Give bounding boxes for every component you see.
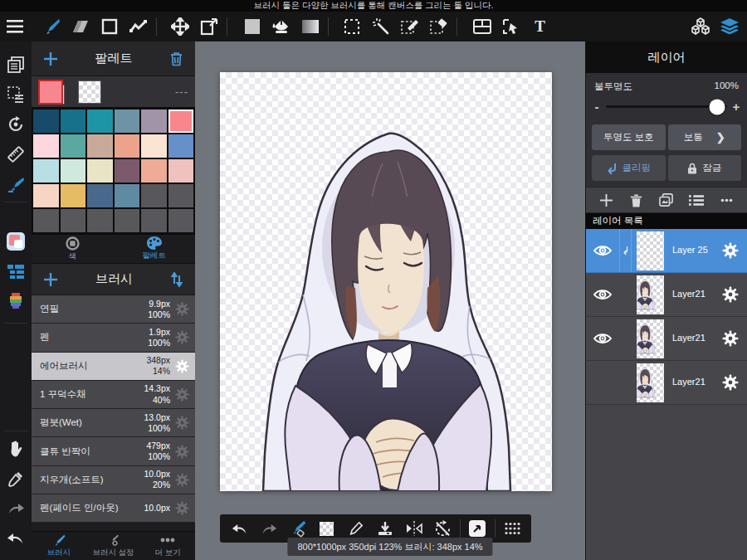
layer-thumbnail[interactable] <box>637 275 664 314</box>
layer-visibility-toggle[interactable] <box>586 288 619 301</box>
palette-swatch[interactable] <box>141 159 167 183</box>
layer-visibility-toggle[interactable] <box>586 244 619 257</box>
color-panel-button[interactable] <box>0 226 32 256</box>
palette-swatch[interactable] <box>168 110 194 133</box>
delete-palette-icon[interactable] <box>169 51 183 66</box>
foreground-color-swatch[interactable] <box>38 80 63 105</box>
eraser-tool-button[interactable] <box>66 12 95 41</box>
object-select-button[interactable] <box>496 12 525 41</box>
layer-row[interactable]: Layer 25 <box>586 229 747 273</box>
layer-row[interactable]: Layer21 <box>586 273 747 317</box>
panel-layout-button[interactable] <box>467 12 496 41</box>
fill-rect-tool-button[interactable] <box>237 12 266 41</box>
palette-swatch[interactable] <box>115 110 140 133</box>
text-tool-button[interactable]: T <box>525 12 554 41</box>
palette-swatch[interactable] <box>141 134 167 158</box>
palette-swatch[interactable] <box>33 134 59 158</box>
brush-item[interactable]: 1 꾸덕수채14.3px40% <box>32 381 195 409</box>
redo-button[interactable] <box>0 494 32 523</box>
palette-swatch[interactable] <box>87 159 113 183</box>
palette-swatch[interactable] <box>141 110 167 133</box>
select-tool-button[interactable] <box>337 12 366 41</box>
palette-swatch[interactable] <box>33 110 59 133</box>
palette-swatch[interactable] <box>33 209 59 232</box>
layer-thumbnail[interactable] <box>637 319 664 358</box>
brush-settings-button[interactable] <box>173 445 190 459</box>
palette-swatch[interactable] <box>141 184 167 207</box>
palette-swatch[interactable] <box>61 134 86 158</box>
brush-settings-button[interactable] <box>173 330 190 344</box>
palette-swatch[interactable] <box>168 159 194 183</box>
drawing-canvas[interactable] <box>220 72 552 491</box>
brush-tool-button[interactable] <box>37 12 66 41</box>
blend-mode-button[interactable]: 보통 ❯ <box>668 124 742 150</box>
layer-settings-button[interactable] <box>714 330 747 347</box>
opacity-slider-knob[interactable] <box>710 99 725 114</box>
footer-tab-brush-settings[interactable]: 브러시 설정 <box>86 532 141 560</box>
gradient-tool-button[interactable] <box>295 12 325 41</box>
palette-swatch[interactable] <box>87 134 113 158</box>
select-pen-tool-button[interactable] <box>395 12 424 41</box>
brush-settings-button[interactable] <box>173 473 190 487</box>
brush-item[interactable]: 에어브러시348px14% <box>32 353 195 381</box>
palette-swatch[interactable] <box>61 159 86 183</box>
delete-layer-button[interactable] <box>624 187 649 212</box>
palette-swatch[interactable] <box>87 209 113 232</box>
palette-swatch[interactable] <box>33 159 59 183</box>
brush-item[interactable]: 펜1.9px100% <box>32 324 195 352</box>
menu-button[interactable] <box>0 12 29 41</box>
layers-toggle-button[interactable] <box>715 12 744 41</box>
palette-swatch[interactable] <box>87 184 113 207</box>
palette-swatch[interactable] <box>168 209 194 232</box>
select-eraser-tool-button[interactable] <box>424 12 453 41</box>
tab-color[interactable]: 색 <box>32 235 114 263</box>
add-brush-icon[interactable] <box>43 272 58 287</box>
layer-list-view-button[interactable] <box>684 187 709 212</box>
ruler-button[interactable] <box>0 139 32 169</box>
rainbow-palette-button[interactable] <box>0 286 32 316</box>
layer-settings-button[interactable] <box>714 374 747 391</box>
palette-swatch[interactable] <box>141 209 167 232</box>
opacity-slider-track[interactable] <box>606 105 727 108</box>
layer-more-button[interactable] <box>715 187 740 212</box>
palette-swatch[interactable] <box>61 209 86 232</box>
layer-thumbnail[interactable] <box>637 231 664 270</box>
brush-item[interactable]: 평붓(Wet)13.0px100% <box>32 409 195 437</box>
palette-swatch[interactable] <box>87 110 113 133</box>
layer-visibility-toggle[interactable] <box>586 332 619 345</box>
quick-redo-button[interactable] <box>254 514 283 543</box>
opacity-minus-button[interactable]: - <box>593 100 601 114</box>
footer-tab-more[interactable]: 더 보기 <box>140 532 195 560</box>
clipping-button[interactable]: 클리핑 <box>592 155 666 181</box>
brush-item[interactable]: 지우개(소프트)10.0px20% <box>32 466 195 494</box>
brush-item[interactable]: 연필9.9px100% <box>32 295 195 324</box>
magic-wand-tool-button[interactable] <box>366 12 395 41</box>
pages-button[interactable] <box>0 50 32 80</box>
shape-tool-button[interactable] <box>95 12 124 41</box>
palette-more-label[interactable]: --- <box>175 85 188 98</box>
palette-swatch[interactable] <box>61 184 86 207</box>
footer-tab-brush[interactable]: 브러시 <box>32 532 86 560</box>
marker-tool-button[interactable] <box>0 169 32 199</box>
brush-item[interactable]: 펜(페이드 인/아웃)10.0px <box>32 494 195 523</box>
lock-button[interactable]: 잠금 <box>668 155 742 181</box>
palette-swatch[interactable] <box>115 159 140 183</box>
brush-settings-button[interactable] <box>173 387 190 402</box>
protect-alpha-button[interactable]: 투명도 보호 <box>592 124 666 150</box>
brush-item[interactable]: 클튜 반짝이479px100% <box>32 437 195 465</box>
brush-settings-button[interactable] <box>173 359 190 373</box>
hand-tool-button[interactable] <box>0 434 32 464</box>
palette-swatch[interactable] <box>33 184 59 207</box>
undo-button[interactable] <box>0 523 32 553</box>
palette-swatch[interactable] <box>168 134 194 158</box>
layer-row[interactable]: Layer21 <box>586 361 747 405</box>
add-layer-button[interactable] <box>593 187 618 212</box>
brush-settings-button[interactable] <box>173 501 190 515</box>
tab-palette[interactable]: 팔레트 <box>114 235 196 263</box>
layer-settings-button[interactable] <box>714 286 747 303</box>
layer-thumbnail[interactable] <box>637 363 664 402</box>
palette-swatch[interactable] <box>115 134 140 158</box>
transparent-color-swatch[interactable] <box>78 80 101 104</box>
toolbar-drag-handle[interactable] <box>497 514 526 543</box>
materials-button[interactable] <box>686 12 715 41</box>
